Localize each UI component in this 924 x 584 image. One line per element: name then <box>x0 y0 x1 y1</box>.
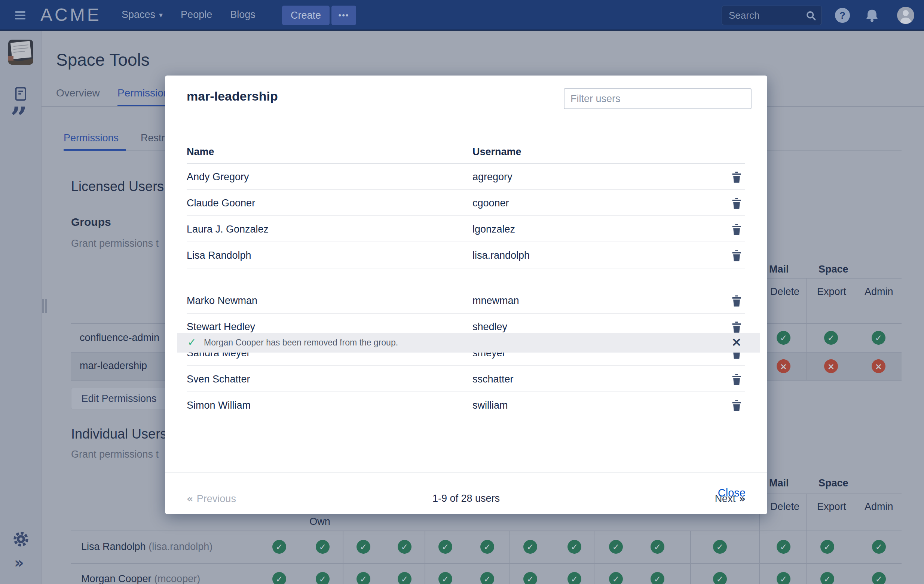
member-row: Claude Gooner cgooner <box>186 190 745 216</box>
allowed-icon: ✓ <box>777 331 790 345</box>
search-input[interactable] <box>729 6 800 25</box>
allowed-icon: ✓ <box>316 572 330 584</box>
pane-resize-handle[interactable] <box>42 299 48 313</box>
create-button[interactable]: Create <box>282 6 330 25</box>
individual-users-heading: Individual Users <box>71 426 167 442</box>
hamburger-menu-icon[interactable] <box>15 11 25 20</box>
edit-permissions-button[interactable]: Edit Permissions <box>71 388 167 410</box>
table-border <box>71 531 902 531</box>
user-username: (lisa.randolph) <box>148 541 213 552</box>
allowed-icon: ✓ <box>356 540 370 554</box>
close-dialog-button[interactable]: Close <box>718 487 746 499</box>
user-avatar[interactable] <box>897 7 914 24</box>
denied-icon: × <box>824 359 838 373</box>
denied-icon: × <box>777 359 790 373</box>
table-border <box>594 531 594 584</box>
allowed-icon: ✓ <box>609 572 623 584</box>
column-own: Own <box>301 516 338 528</box>
member-row: Sven Schatter sschatter <box>186 366 745 392</box>
table-border <box>343 531 343 584</box>
group-row-mar-leadership[interactable]: mar-leadership <box>80 360 147 372</box>
allowed-icon: ✓ <box>820 572 834 584</box>
allowed-icon: ✓ <box>480 540 494 554</box>
user-username: (mcooper) <box>154 573 200 584</box>
allowed-icon: ✓ <box>439 540 452 554</box>
page-title: Space Tools <box>56 50 150 70</box>
member-name: Stewart Hedley <box>186 321 255 333</box>
member-name: Laura J. Gonzalez <box>186 224 269 235</box>
notifications-bell-icon[interactable] <box>864 8 880 23</box>
allowed-icon: ✓ <box>872 540 886 554</box>
help-icon[interactable]: ? <box>835 8 850 23</box>
member-row: Andy Gregory agregory <box>186 164 745 190</box>
allowed-icon: ✓ <box>480 572 494 584</box>
table-border <box>759 494 902 494</box>
nav-item-label: Blogs <box>230 9 256 21</box>
allowed-icon: ✓ <box>523 572 537 584</box>
allowed-icon: ✓ <box>316 540 330 554</box>
member-username: lgonzalez <box>472 224 515 235</box>
table-border <box>71 563 902 564</box>
denied-icon: × <box>872 359 886 373</box>
filter-users-input[interactable] <box>564 88 752 109</box>
more-actions-button[interactable]: ••• <box>332 6 356 25</box>
chevron-down-icon: ▾ <box>159 10 163 20</box>
column-export: Export <box>817 501 846 513</box>
person-icon <box>897 7 914 24</box>
tab-overview[interactable]: Overview <box>56 87 100 99</box>
remove-member-trash-icon[interactable] <box>729 170 744 185</box>
remove-member-trash-icon[interactable] <box>729 294 744 309</box>
column-delete: Delete <box>770 501 799 513</box>
column-delete: Delete <box>770 286 799 298</box>
table-border <box>759 278 902 278</box>
allowed-icon: ✓ <box>398 572 411 584</box>
remove-member-trash-icon[interactable] <box>729 372 744 387</box>
licensed-users-heading: Licensed Users <box>71 179 164 194</box>
remove-member-trash-icon[interactable] <box>729 248 744 263</box>
column-username: Username <box>472 146 521 158</box>
allowed-icon: ✓ <box>272 540 286 554</box>
dialog-title: mar-leadership <box>186 89 278 104</box>
group-row-confluence-admin[interactable]: confluence-admin <box>80 332 159 344</box>
member-username: lisa.randolph <box>472 250 530 262</box>
allowed-icon: ✓ <box>568 540 581 554</box>
member-name: Claude Gooner <box>186 197 255 209</box>
user-row-morgan-cooper[interactable]: Morgan Cooper (mcooper) <box>81 573 200 584</box>
member-username: shedley <box>472 321 507 333</box>
member-name: Sven Schatter <box>186 373 250 385</box>
nav-item-spaces[interactable]: Spaces ▾ <box>122 9 163 21</box>
allowed-icon: ✓ <box>609 540 623 554</box>
user-name: Lisa Randolph <box>81 541 146 552</box>
brand-logo[interactable]: ACME <box>40 0 101 30</box>
nav-item-blogs[interactable]: Blogs <box>230 9 256 21</box>
top-navbar: ACME Spaces ▾ People Blogs Create ••• ? <box>0 0 924 31</box>
nav-item-people[interactable]: People <box>181 9 212 21</box>
table-border <box>509 531 510 584</box>
dialog-footer: Close <box>165 472 767 514</box>
members-table-header: Name Username <box>186 141 745 164</box>
allowed-icon: ✓ <box>872 572 886 584</box>
nav-menu: Spaces ▾ People Blogs <box>122 0 256 30</box>
user-row-lisa-randolph[interactable]: Lisa Randolph (lisa.randolph) <box>81 541 213 553</box>
remove-member-trash-icon[interactable] <box>729 398 744 413</box>
allowed-icon: ✓ <box>820 540 834 554</box>
group-members-dialog: mar-leadership Name Username Andy Gregor… <box>165 76 767 514</box>
search-icon[interactable] <box>806 10 816 21</box>
member-row: Marko Newman mnewman <box>186 288 745 314</box>
member-row: Laura J. Gonzalez lgonzalez <box>186 216 745 242</box>
allowed-icon: ✓ <box>356 572 370 584</box>
allowed-icon: ✓ <box>777 540 790 554</box>
remove-member-trash-icon[interactable] <box>729 222 744 237</box>
search-box <box>722 6 822 25</box>
allowed-icon: ✓ <box>523 540 537 554</box>
notification-close-icon[interactable]: × <box>731 334 742 349</box>
subtab-permissions[interactable]: Permissions <box>64 132 119 144</box>
groups-heading: Groups <box>71 216 111 229</box>
member-row: Simon William swilliam <box>186 392 745 418</box>
allowed-icon: ✓ <box>650 572 664 584</box>
column-group-space: Space <box>818 263 848 275</box>
column-group-mail: Mail <box>769 263 789 275</box>
member-username: sschatter <box>472 373 514 385</box>
allowed-icon: ✓ <box>713 540 727 554</box>
remove-member-trash-icon[interactable] <box>729 196 744 211</box>
